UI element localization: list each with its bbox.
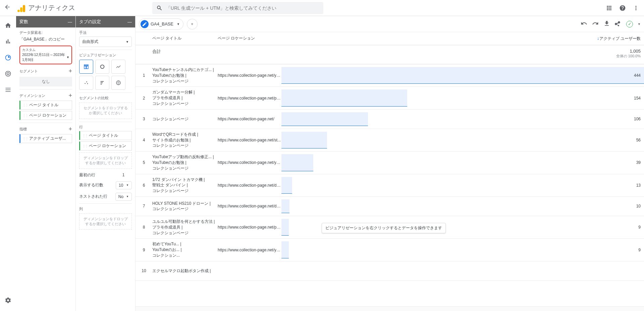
row-drop-zone[interactable]: ディメンションをドロップするか選択してください bbox=[79, 152, 132, 169]
dimension-chip[interactable]: ⋮⋮ページ ロケーション bbox=[19, 111, 72, 120]
row-title: WordでQRコードを作成 |サイト作成のお勉強 |コレクションページ bbox=[152, 132, 218, 148]
row-location: https://www.collection-page.net/dro... bbox=[218, 204, 281, 208]
show-rows-select[interactable]: 10▼ bbox=[116, 181, 132, 189]
bar-fill bbox=[281, 241, 289, 258]
exploration-name-label: データ探索名: bbox=[19, 30, 72, 35]
row-index: 6 bbox=[136, 183, 152, 188]
total-label: 合計 bbox=[152, 49, 218, 59]
row-index: 4 bbox=[136, 138, 152, 142]
metric-chip[interactable]: ⋮⋮アクティブ ユーザ... bbox=[19, 134, 72, 143]
minimize-icon[interactable]: — bbox=[127, 19, 132, 24]
row-title: コレクションページ bbox=[152, 116, 218, 122]
bar-fill bbox=[281, 112, 368, 126]
technique-select[interactable]: 自由形式 ▼ bbox=[79, 37, 132, 47]
nav-home-icon[interactable] bbox=[4, 21, 12, 29]
exploration-tab[interactable]: GA4_BASE ▼ bbox=[139, 18, 183, 30]
minimize-icon[interactable]: — bbox=[68, 19, 72, 24]
chevron-down-icon: ▼ bbox=[66, 56, 69, 59]
share-icon[interactable] bbox=[615, 20, 622, 28]
segment-drop-zone[interactable]: セグメントをドロップするか選択してください bbox=[79, 103, 132, 119]
canvas-toolbar: GA4_BASE ▼ + ✓ ▼ bbox=[136, 16, 644, 32]
table-row[interactable]: 4 WordでQRコードを作成 |サイト作成のお勉強 |コレクションページ ht… bbox=[136, 129, 644, 151]
row-title: HOLY STONE HS210 ドローン |コレクションページ bbox=[152, 201, 218, 212]
variables-panel: 変数 — データ探索名: 「GA4_BASE」のコピー カスタム 2022年12… bbox=[16, 16, 76, 311]
add-tab-button[interactable]: + bbox=[187, 19, 198, 29]
table-row[interactable]: 6 1/72 ダンバイン トカマク機 |聖戦士 ダンバイン |コレクションページ… bbox=[136, 174, 644, 197]
chevron-down-icon[interactable]: ▼ bbox=[638, 22, 641, 26]
chevron-down-icon: ▼ bbox=[126, 40, 129, 44]
svg-point-5 bbox=[86, 81, 87, 82]
nav-advertising-icon[interactable] bbox=[4, 70, 12, 78]
dimension-chip[interactable]: ⋮⋮ページ タイトル bbox=[19, 101, 72, 110]
nav-configure-icon[interactable] bbox=[4, 86, 12, 94]
total-pct: 全体の 100.0% bbox=[281, 54, 641, 59]
bar-value: 106 bbox=[634, 117, 641, 121]
row-index: 7 bbox=[136, 204, 152, 208]
search-input[interactable] bbox=[166, 5, 319, 11]
row-index: 8 bbox=[136, 225, 152, 230]
back-arrow-icon[interactable] bbox=[4, 4, 12, 12]
viz-label: ビジュアリゼーション bbox=[79, 53, 132, 58]
table-row[interactable]: 5 YouTubeアップ動画の反転修正... |YouTubeのお勉強 |コレク… bbox=[136, 151, 644, 174]
viz-scatter-icon[interactable] bbox=[79, 76, 93, 90]
help-icon[interactable] bbox=[619, 4, 627, 12]
first-row-input[interactable]: 1 bbox=[115, 173, 132, 177]
apps-icon[interactable] bbox=[605, 4, 613, 12]
row-index: 3 bbox=[136, 117, 152, 121]
status-check-icon[interactable]: ✓ bbox=[626, 21, 633, 27]
table-row[interactable]: 9 初めてYouTu... |YouTubeのお... |コレクション... h… bbox=[136, 239, 644, 261]
row-dimension-chip[interactable]: ⋮⋮ページ ロケーション bbox=[79, 141, 132, 150]
bar-fill bbox=[281, 132, 327, 148]
bar-fill bbox=[281, 177, 292, 194]
canvas: GA4_BASE ▼ + ✓ ▼ ページ タイトル ページ ロケーション ↓アク… bbox=[136, 16, 644, 311]
header-metric[interactable]: ↓アクティブ ユーザー数 bbox=[281, 36, 644, 42]
table-header: ページ タイトル ページ ロケーション ↓アクティブ ユーザー数 bbox=[136, 32, 644, 45]
show-rows-label: 表示する行数 bbox=[79, 182, 103, 188]
horizontal-scrollbar[interactable] bbox=[136, 306, 644, 311]
dimensions-label: ディメンション + bbox=[19, 92, 72, 99]
nav-reports-icon[interactable] bbox=[4, 38, 12, 46]
col-drop-zone[interactable]: ディメンションをドロップするか選択してください bbox=[79, 213, 132, 230]
row-dimension-chip[interactable]: ⋮⋮ページ タイトル bbox=[79, 131, 132, 140]
nav-explore-icon[interactable] bbox=[4, 54, 12, 62]
row-title: 1/72 ダンバイン トカマク機 |聖戦士 ダンバイン |コレクションページ bbox=[152, 177, 218, 194]
table-row[interactable]: 10 エクセルマクロ起動ボタン作成 | bbox=[136, 261, 644, 281]
redo-icon[interactable] bbox=[592, 20, 599, 28]
viz-table-icon[interactable] bbox=[79, 60, 93, 74]
nested-rows-select[interactable]: No▼ bbox=[115, 193, 132, 201]
table-row[interactable]: 2 ガンダムマーカー分解 |プラモ作成道具 |コレクションページ https:/… bbox=[136, 87, 644, 109]
viz-line-icon[interactable] bbox=[111, 60, 125, 74]
nav-rail bbox=[0, 16, 16, 311]
topbar: アナリティクス bbox=[0, 0, 644, 16]
svg-point-2 bbox=[7, 73, 9, 75]
add-dimension-icon[interactable]: + bbox=[68, 92, 72, 99]
row-location: https://www.collection-page.net/you... bbox=[218, 160, 281, 165]
viz-geo-icon[interactable] bbox=[111, 76, 125, 90]
table-row[interactable]: 7 HOLY STONE HS210 ドローン |コレクションページ https… bbox=[136, 197, 644, 216]
nav-admin-icon[interactable] bbox=[4, 296, 12, 304]
bar-value: 13 bbox=[636, 183, 641, 188]
bar-value: 444 bbox=[634, 73, 641, 78]
bar-value: 9 bbox=[638, 225, 641, 230]
table-row[interactable]: 3 コレクションページ https://www.collection-page.… bbox=[136, 110, 644, 129]
viz-bar-icon[interactable] bbox=[95, 76, 109, 90]
exploration-name[interactable]: 「GA4_BASE」のコピー bbox=[19, 37, 72, 44]
table-row[interactable]: 1 YouTubeチャンネル内にカテゴ... |YouTubeのお勉強 |コレク… bbox=[136, 64, 644, 87]
analytics-logo-icon bbox=[17, 4, 25, 12]
download-icon[interactable] bbox=[603, 20, 610, 28]
more-vert-icon[interactable] bbox=[632, 4, 640, 12]
tab-name: GA4_BASE bbox=[151, 21, 173, 26]
date-range-picker[interactable]: カスタム 2022年12月11日～2023年1月9日▼ bbox=[19, 46, 72, 64]
add-metric-icon[interactable]: + bbox=[68, 126, 72, 133]
header-page-location[interactable]: ページ ロケーション bbox=[218, 36, 281, 42]
undo-icon[interactable] bbox=[581, 20, 587, 28]
svg-point-3 bbox=[101, 65, 104, 69]
chevron-down-icon: ▼ bbox=[177, 22, 180, 26]
viz-donut-icon[interactable] bbox=[95, 60, 109, 74]
row-location: https://www.collection-page.net/ bbox=[218, 117, 281, 121]
add-segment-icon[interactable]: + bbox=[68, 68, 72, 75]
header-page-title[interactable]: ページ タイトル bbox=[152, 36, 218, 42]
search-box[interactable] bbox=[152, 2, 323, 14]
edit-icon bbox=[141, 20, 149, 28]
variables-header: 変数 — bbox=[16, 16, 75, 27]
